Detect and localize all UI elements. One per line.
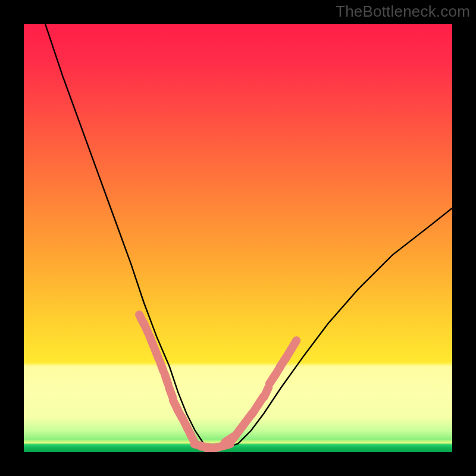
curve-layer bbox=[24, 24, 452, 452]
plot-area bbox=[24, 24, 452, 452]
highlight-dots bbox=[139, 315, 296, 449]
highlight-dot bbox=[264, 387, 269, 397]
bottleneck-curve bbox=[45, 24, 452, 448]
highlight-dot bbox=[291, 340, 296, 349]
highlight-dot bbox=[149, 336, 154, 346]
watermark-text: TheBottleneck.com bbox=[336, 2, 470, 21]
highlight-dot bbox=[155, 349, 159, 359]
highlight-dot bbox=[220, 444, 230, 447]
highlight-dot bbox=[144, 323, 148, 333]
highlight-dot bbox=[160, 362, 164, 372]
highlight-dot bbox=[165, 374, 168, 384]
chart-frame: TheBottleneck.com bbox=[0, 0, 476, 476]
highlight-dot bbox=[169, 387, 173, 397]
